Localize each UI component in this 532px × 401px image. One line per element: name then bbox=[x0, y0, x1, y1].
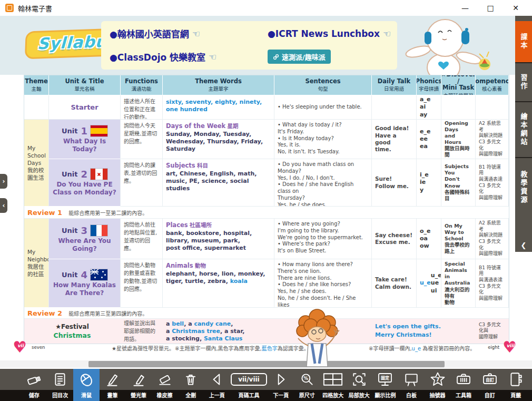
festival-words-cell: a bell, a candy cane, a Christmas tree, … bbox=[163, 319, 274, 344]
collapse-left-panel-button[interactable]: ‹ bbox=[0, 198, 7, 213]
previous-page-icon bbox=[209, 371, 225, 387]
header-theme: Theme主軸 bbox=[24, 75, 49, 95]
unit-1-sentences-cell: • What day is today / it? It's Friday. •… bbox=[274, 120, 372, 159]
starter-sentences-cell: • He's sleeping under the table. bbox=[274, 95, 372, 120]
unit-2-daily-cell: Sure! Follow me. bbox=[372, 159, 417, 207]
footnote-star: ★星號處為彈性學習單元。 bbox=[112, 344, 174, 352]
footnote-phonics: ※字母拼讀一欄內,u_e 為複習第四冊的內容。 bbox=[369, 344, 475, 352]
tab-picture-book-site[interactable]: 繪本網站 bbox=[515, 102, 532, 158]
link-hanlin-english-site[interactable]: ●翰林國小英語官網 ☜ bbox=[110, 27, 268, 40]
highlighter-icon bbox=[131, 371, 146, 387]
starter-theme-cell bbox=[24, 95, 49, 120]
usb-save-icon bbox=[26, 371, 42, 387]
unit-4-cell: Unit4 How Many Koalas Are There? bbox=[49, 259, 121, 308]
unit-4-words-cell: Animals 動物 elephant, horse, lion, monkey… bbox=[163, 259, 274, 308]
link-classdojo[interactable]: ●ClassDojo 快樂教室 ☜ bbox=[110, 50, 268, 63]
tool-custom[interactable]: 自訂 自訂 bbox=[477, 369, 503, 401]
starter-competency-cell bbox=[476, 95, 509, 120]
spain-flag-icon bbox=[91, 125, 107, 136]
tool-delete-all[interactable]: 全刪 bbox=[178, 369, 204, 401]
tool-eraser[interactable]: 橡皮擦 bbox=[152, 369, 178, 401]
tab-workbook[interactable]: 習作 bbox=[515, 63, 532, 102]
page-marker-right: ♥ viii bbox=[503, 341, 518, 356]
unit-3-daily-cell: Say cheese! Excuse me. bbox=[372, 219, 417, 259]
header-daily-talk: Daily Talk日常用語 bbox=[372, 75, 417, 95]
links-panel: ●翰林國小英語官網 ☜ ●ICRT News Lunchbox ☜ ●Class… bbox=[101, 21, 397, 70]
unit-1-functions-cell: 詢問他人今天星期幾,並適切的回應。 bbox=[121, 120, 163, 159]
festival-functions-cell: 理解並說出與耶誕節相關的用語。 bbox=[121, 319, 163, 344]
unit-4-functions-cell: 詢問他人動物的數量或喜歡的動物,並適切的回應。 bbox=[121, 259, 163, 308]
tool-previous-page[interactable]: 上一頁 bbox=[204, 369, 230, 401]
starter-functions-cell: 描述他人所在位置和正在進行的動作。 bbox=[121, 95, 163, 120]
tool-next-page[interactable]: 下一頁 bbox=[268, 369, 294, 401]
unit-3-discover-cell: On My Way to School 我去學校的路上 bbox=[441, 219, 476, 259]
link-icon bbox=[273, 54, 279, 60]
toolbox-icon bbox=[455, 371, 472, 387]
unit-2-cell: Unit2 Do You Have PE Class on Monday? bbox=[49, 159, 121, 207]
unit-3-competency-cell: A2 系統思考 與解決問題 C3 多元文化 與國際理解 bbox=[476, 219, 509, 259]
tool-save[interactable]: 儲存 bbox=[21, 369, 47, 401]
festival-title-cell: ★Festival Christmas bbox=[24, 319, 121, 344]
collapse-right-rail-button[interactable]: ❮ bbox=[515, 238, 532, 252]
tool-number-picker[interactable]: 7 抽號器 bbox=[425, 369, 451, 401]
pointing-hand-icon: ☜ bbox=[192, 28, 200, 39]
syllabus-table: Theme主軸 Unit & Title單元名稱 Functions溝通功能 T… bbox=[24, 75, 509, 344]
tool-partial-zoom[interactable]: 局部放大 bbox=[346, 369, 372, 401]
tool-highlighter[interactable]: 螢光筆 bbox=[125, 369, 152, 401]
unit-2-discover-cell: Subjects You Don't Know 各國特殊科目 bbox=[441, 159, 476, 207]
unit-4-competency-cell: B1 符號運用 與溝通表達 C3 多元文化 與國際理解 bbox=[476, 259, 509, 308]
link-icrt-news-lunchbox[interactable]: ●ICRT News Lunchbox ☜ bbox=[268, 28, 391, 39]
zoom-percent-icon: % bbox=[299, 371, 315, 387]
tool-original-size[interactable]: % 原尺寸 bbox=[294, 369, 320, 401]
unit-2-phonics-cell: i_e ie y bbox=[417, 159, 441, 207]
page-content: Syllabus ●翰林國小英語官網 ☜ ●ICRT News Lunchbox… bbox=[0, 16, 532, 369]
tool-whiteboard[interactable]: 白板 bbox=[398, 369, 425, 401]
page-footer: ♥ vii seven ★星號處為彈性學習單元。 ※主題單字一欄內,黑色字為應用… bbox=[0, 341, 532, 357]
header-theme-words: Theme Words主題單字 bbox=[163, 75, 274, 95]
star-number-icon: 7 bbox=[429, 371, 446, 388]
unit-3-sentences-cell: • Where are you going? I'm going to the … bbox=[274, 219, 372, 259]
unit-2-sentences-cell: • Do you have math class on Monday? Yes,… bbox=[274, 159, 372, 207]
header-discover-mini-task: ★Discover / Mini Task主題延伸學習 bbox=[441, 75, 476, 95]
pointing-hand-icon: ☜ bbox=[209, 52, 216, 62]
app-title: 翰林電子書 bbox=[18, 3, 52, 13]
starter-phonics-cell: a_e ai ay bbox=[417, 95, 441, 120]
scrollbar-thumb[interactable] bbox=[88, 361, 445, 367]
tool-four-panel-zoom[interactable]: 四格放大 bbox=[320, 369, 346, 401]
tool-page-tabs[interactable]: 頁籤 bbox=[503, 369, 529, 401]
fixed-ratio-monitor-icon: 固定 bbox=[377, 371, 393, 387]
bottom-toolbar: 儲存 回目次 滑鼠 畫筆 螢光筆 橡皮擦 全刪 上一頁 bbox=[0, 369, 532, 401]
footnote-theme-words: ※主題單字一欄內,黑色字為應用字彙,藍色字為認識字彙。 bbox=[175, 344, 309, 352]
unit-3-cell: Unit3 Where Are You Going? bbox=[49, 219, 121, 259]
tab-textbook[interactable]: 課本 bbox=[515, 21, 532, 63]
unit-1-words-cell: Days of the Week 星期 Sunday, Monday, Tues… bbox=[163, 120, 274, 159]
trash-icon bbox=[183, 371, 199, 387]
tool-mouse[interactable]: 滑鼠 bbox=[73, 369, 100, 401]
unit-1-daily-cell: Good idea! Have a good time. bbox=[372, 120, 417, 159]
unit-2-competency-cell: B1 符號運用 與溝通表達 C3 多元文化 與國際理解 bbox=[476, 159, 509, 207]
unit-1-discover-cell: Opening Days and Hours 開放日與時間 bbox=[441, 120, 476, 159]
quick-test-button[interactable]: 速測派/趣味派 bbox=[268, 50, 331, 64]
starter-words-cell: sixty, seventy, eighty, ninety, one hund… bbox=[163, 95, 274, 120]
unit-4-discover-cell: Special Animals in Australia 澳大利亞的特有 動物 bbox=[441, 259, 476, 308]
minimize-button[interactable]: — bbox=[456, 2, 474, 14]
maximize-button[interactable]: □ bbox=[481, 2, 499, 14]
festival-sentences-cell: Let's open the gifts. Merry Christmas! bbox=[372, 319, 476, 344]
mouse-icon bbox=[78, 371, 95, 388]
custom-case-icon: 自訂 bbox=[481, 371, 498, 387]
france-flag-icon bbox=[91, 225, 107, 236]
tool-display-ratio[interactable]: 固定 顯示比例 bbox=[372, 369, 399, 401]
tool-pen[interactable]: 畫筆 bbox=[100, 369, 126, 401]
tool-back-to-toc[interactable]: 回目次 bbox=[47, 369, 74, 401]
tool-page-number[interactable]: vii/viii 頁碼工具 bbox=[230, 369, 268, 401]
tab-teaching-resources[interactable]: 教學資源 bbox=[515, 158, 532, 217]
tool-toolbox[interactable]: 工具箱 bbox=[450, 369, 477, 401]
expand-left-panel-button[interactable]: › bbox=[0, 174, 7, 189]
unit-3-functions-cell: 詢問他人前往的地點與位置,並適切的回應。 bbox=[121, 219, 163, 259]
header-competency: Competency核心素養 bbox=[476, 75, 509, 95]
unit-4-daily-cell: Take care! Calm down. bbox=[372, 259, 417, 308]
app-window: 翰林電子書 — □ ✕ Syllabus ●翰林國小英語官網 ☜ ●ICRT N… bbox=[0, 0, 532, 401]
close-button[interactable]: ✕ bbox=[507, 2, 525, 14]
toc-icon bbox=[52, 371, 68, 387]
unit-3-words-cell: Places 社區場所 bank, bookstore, hospital, l… bbox=[163, 219, 274, 259]
